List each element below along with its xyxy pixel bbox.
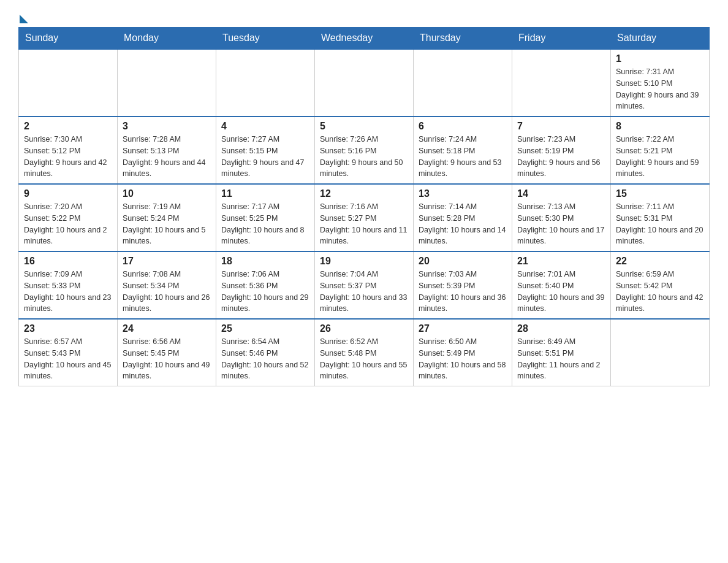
calendar-cell: 14Sunrise: 7:13 AMSunset: 5:30 PMDayligh… — [512, 184, 611, 251]
day-info: Sunrise: 7:08 AMSunset: 5:34 PMDaylight:… — [123, 269, 211, 315]
day-info: Sunrise: 7:24 AMSunset: 5:18 PMDaylight:… — [419, 134, 507, 180]
day-info: Sunrise: 7:30 AMSunset: 5:12 PMDaylight:… — [24, 134, 112, 180]
calendar-table: SundayMondayTuesdayWednesdayThursdayFrid… — [18, 27, 710, 386]
day-number: 21 — [517, 256, 605, 267]
calendar-cell: 26Sunrise: 6:52 AMSunset: 5:48 PMDayligh… — [315, 319, 414, 386]
day-info: Sunrise: 7:17 AMSunset: 5:25 PMDaylight:… — [221, 201, 309, 247]
day-info: Sunrise: 6:49 AMSunset: 5:51 PMDaylight:… — [517, 336, 605, 382]
day-info: Sunrise: 6:59 AMSunset: 5:42 PMDaylight:… — [616, 269, 704, 315]
day-number: 14 — [517, 188, 605, 199]
day-number: 24 — [123, 323, 211, 334]
weekday-header-sunday: Sunday — [19, 28, 118, 50]
day-info: Sunrise: 7:23 AMSunset: 5:19 PMDaylight:… — [517, 134, 605, 180]
calendar-cell: 2Sunrise: 7:30 AMSunset: 5:12 PMDaylight… — [19, 117, 118, 184]
day-info: Sunrise: 7:28 AMSunset: 5:13 PMDaylight:… — [123, 134, 211, 180]
day-number: 19 — [320, 256, 408, 267]
day-info: Sunrise: 7:19 AMSunset: 5:24 PMDaylight:… — [123, 201, 211, 247]
day-info: Sunrise: 7:26 AMSunset: 5:16 PMDaylight:… — [320, 134, 408, 180]
day-number: 9 — [24, 188, 112, 199]
day-number: 15 — [616, 188, 704, 199]
day-number: 10 — [123, 188, 211, 199]
day-number: 6 — [419, 121, 507, 132]
day-number: 26 — [320, 323, 408, 334]
calendar-cell: 7Sunrise: 7:23 AMSunset: 5:19 PMDaylight… — [512, 117, 611, 184]
day-info: Sunrise: 6:50 AMSunset: 5:49 PMDaylight:… — [419, 336, 507, 382]
day-number: 4 — [221, 121, 309, 132]
weekday-header-friday: Friday — [512, 28, 611, 50]
calendar-cell: 21Sunrise: 7:01 AMSunset: 5:40 PMDayligh… — [512, 251, 611, 319]
day-info: Sunrise: 7:27 AMSunset: 5:15 PMDaylight:… — [221, 134, 309, 180]
day-number: 3 — [123, 121, 211, 132]
calendar-cell: 25Sunrise: 6:54 AMSunset: 5:46 PMDayligh… — [216, 319, 315, 386]
logo — [18, 12, 28, 21]
day-info: Sunrise: 6:54 AMSunset: 5:46 PMDaylight:… — [221, 336, 309, 382]
day-info: Sunrise: 7:09 AMSunset: 5:33 PMDaylight:… — [24, 269, 112, 315]
day-info: Sunrise: 6:57 AMSunset: 5:43 PMDaylight:… — [24, 336, 112, 382]
day-info: Sunrise: 7:31 AMSunset: 5:10 PMDaylight:… — [616, 66, 704, 112]
day-number: 27 — [419, 323, 507, 334]
day-number: 18 — [221, 256, 309, 267]
calendar-cell: 6Sunrise: 7:24 AMSunset: 5:18 PMDaylight… — [414, 117, 512, 184]
calendar-cell: 12Sunrise: 7:16 AMSunset: 5:27 PMDayligh… — [315, 184, 414, 251]
day-info: Sunrise: 7:16 AMSunset: 5:27 PMDaylight:… — [320, 201, 408, 247]
calendar-cell: 4Sunrise: 7:27 AMSunset: 5:15 PMDaylight… — [216, 117, 315, 184]
day-number: 2 — [24, 121, 112, 132]
calendar-cell — [19, 49, 118, 117]
calendar-week-row: 2Sunrise: 7:30 AMSunset: 5:12 PMDaylight… — [19, 117, 710, 184]
calendar-cell: 27Sunrise: 6:50 AMSunset: 5:49 PMDayligh… — [414, 319, 512, 386]
calendar-cell: 22Sunrise: 6:59 AMSunset: 5:42 PMDayligh… — [611, 251, 710, 319]
calendar-cell — [118, 49, 216, 117]
day-number: 7 — [517, 121, 605, 132]
calendar-week-row: 9Sunrise: 7:20 AMSunset: 5:22 PMDaylight… — [19, 184, 710, 251]
day-number: 16 — [24, 256, 112, 267]
calendar-week-row: 1Sunrise: 7:31 AMSunset: 5:10 PMDaylight… — [19, 49, 710, 117]
calendar-cell: 16Sunrise: 7:09 AMSunset: 5:33 PMDayligh… — [19, 251, 118, 319]
day-info: Sunrise: 7:11 AMSunset: 5:31 PMDaylight:… — [616, 201, 704, 247]
day-number: 11 — [221, 188, 309, 199]
calendar-cell: 10Sunrise: 7:19 AMSunset: 5:24 PMDayligh… — [118, 184, 216, 251]
day-number: 22 — [616, 256, 704, 267]
day-number: 25 — [221, 323, 309, 334]
day-info: Sunrise: 7:13 AMSunset: 5:30 PMDaylight:… — [517, 201, 605, 247]
day-info: Sunrise: 6:52 AMSunset: 5:48 PMDaylight:… — [320, 336, 408, 382]
calendar-week-row: 23Sunrise: 6:57 AMSunset: 5:43 PMDayligh… — [19, 319, 710, 386]
day-number: 23 — [24, 323, 112, 334]
calendar-cell — [512, 49, 611, 117]
day-info: Sunrise: 7:03 AMSunset: 5:39 PMDaylight:… — [419, 269, 507, 315]
calendar-cell: 8Sunrise: 7:22 AMSunset: 5:21 PMDaylight… — [611, 117, 710, 184]
day-number: 28 — [517, 323, 605, 334]
day-info: Sunrise: 7:06 AMSunset: 5:36 PMDaylight:… — [221, 269, 309, 315]
calendar-week-row: 16Sunrise: 7:09 AMSunset: 5:33 PMDayligh… — [19, 251, 710, 319]
calendar-cell: 18Sunrise: 7:06 AMSunset: 5:36 PMDayligh… — [216, 251, 315, 319]
day-number: 1 — [616, 53, 704, 64]
calendar-cell: 20Sunrise: 7:03 AMSunset: 5:39 PMDayligh… — [414, 251, 512, 319]
calendar-cell: 23Sunrise: 6:57 AMSunset: 5:43 PMDayligh… — [19, 319, 118, 386]
day-number: 17 — [123, 256, 211, 267]
day-number: 5 — [320, 121, 408, 132]
calendar-cell: 9Sunrise: 7:20 AMSunset: 5:22 PMDaylight… — [19, 184, 118, 251]
calendar-cell: 19Sunrise: 7:04 AMSunset: 5:37 PMDayligh… — [315, 251, 414, 319]
day-number: 20 — [419, 256, 507, 267]
calendar-cell — [315, 49, 414, 117]
logo-arrow-icon — [20, 15, 28, 23]
calendar-cell: 1Sunrise: 7:31 AMSunset: 5:10 PMDaylight… — [611, 49, 710, 117]
weekday-header-row: SundayMondayTuesdayWednesdayThursdayFrid… — [19, 28, 710, 50]
calendar-cell — [216, 49, 315, 117]
calendar-cell: 24Sunrise: 6:56 AMSunset: 5:45 PMDayligh… — [118, 319, 216, 386]
logo-top — [18, 12, 28, 23]
day-info: Sunrise: 7:22 AMSunset: 5:21 PMDaylight:… — [616, 134, 704, 180]
calendar-cell — [611, 319, 710, 386]
page-header — [18, 12, 710, 21]
calendar-cell: 11Sunrise: 7:17 AMSunset: 5:25 PMDayligh… — [216, 184, 315, 251]
calendar-cell: 5Sunrise: 7:26 AMSunset: 5:16 PMDaylight… — [315, 117, 414, 184]
weekday-header-wednesday: Wednesday — [315, 28, 414, 50]
day-info: Sunrise: 7:01 AMSunset: 5:40 PMDaylight:… — [517, 269, 605, 315]
calendar-cell: 17Sunrise: 7:08 AMSunset: 5:34 PMDayligh… — [118, 251, 216, 319]
weekday-header-saturday: Saturday — [611, 28, 710, 50]
weekday-header-tuesday: Tuesday — [216, 28, 315, 50]
day-info: Sunrise: 6:56 AMSunset: 5:45 PMDaylight:… — [123, 336, 211, 382]
calendar-cell: 15Sunrise: 7:11 AMSunset: 5:31 PMDayligh… — [611, 184, 710, 251]
day-info: Sunrise: 7:20 AMSunset: 5:22 PMDaylight:… — [24, 201, 112, 247]
calendar-cell: 28Sunrise: 6:49 AMSunset: 5:51 PMDayligh… — [512, 319, 611, 386]
weekday-header-thursday: Thursday — [414, 28, 512, 50]
